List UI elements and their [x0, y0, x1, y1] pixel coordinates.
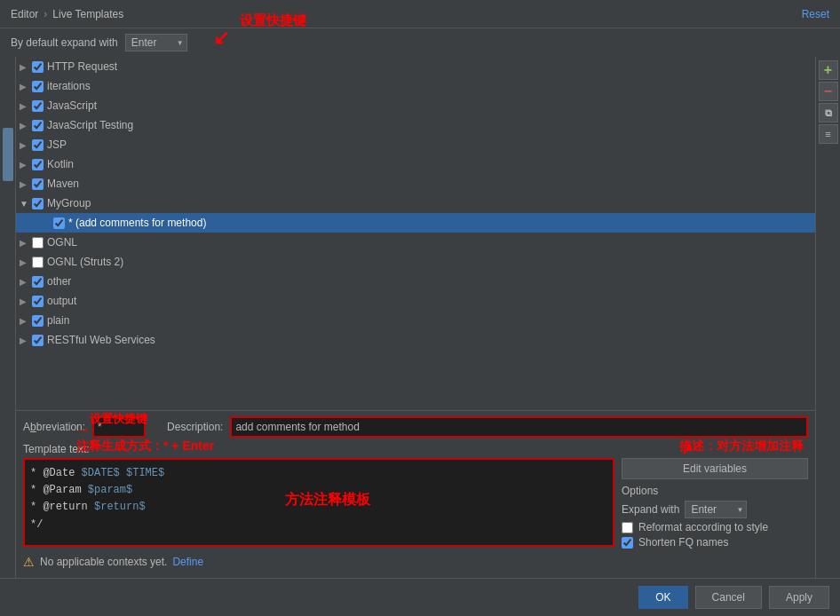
ok-button[interactable]: OK: [638, 586, 687, 609]
tree-item-restful[interactable]: ▶ RESTful Web Services: [16, 330, 815, 350]
arrow-mygroup: ▼: [20, 199, 32, 209]
copy-button[interactable]: ⧉: [819, 103, 838, 122]
breadcrumb-page: Live Templates: [52, 8, 123, 20]
check-other[interactable]: [32, 276, 44, 288]
reformat-label: Reformat according to style: [638, 521, 768, 533]
tree-item-mygroup-child[interactable]: * (add comments for method): [16, 213, 815, 233]
tree-item-output[interactable]: ▶ output: [16, 291, 815, 311]
menu-button[interactable]: ≡: [819, 124, 838, 144]
check-output[interactable]: [32, 296, 44, 307]
define-link[interactable]: Define: [172, 556, 203, 568]
shorten-label: Shorten FQ names: [638, 536, 728, 549]
check-mygroup-child[interactable]: [53, 217, 65, 229]
tree-item-jsp[interactable]: ▶ JSP: [16, 135, 815, 154]
label-output: output: [47, 295, 76, 307]
arrow-maven: ▶: [20, 179, 32, 189]
chinese-annotation-shortcut: 设置快捷键: [240, 12, 306, 29]
tree-item-http[interactable]: ▶ HTTP Request: [16, 57, 815, 76]
options-section: Options Expand with Enter Tab Space: [622, 485, 808, 551]
annot-shortcut2: 设置快捷键: [90, 411, 147, 427]
check-mygroup[interactable]: [32, 198, 44, 209]
check-js-testing[interactable]: [32, 120, 44, 131]
arrow-javascript: ▶: [20, 101, 32, 111]
center-panel: ▶ HTTP Request ▶ iterations ▶ JavaScript: [16, 57, 815, 578]
label-ognl: OGNL: [47, 236, 77, 249]
label-kotlin: Kotlin: [47, 158, 74, 170]
tree-item-plain[interactable]: ▶ plain: [16, 311, 815, 330]
desc-label: Description:: [167, 421, 223, 433]
cancel-button[interactable]: Cancel: [695, 586, 762, 609]
arrow-kotlin: ▶: [20, 160, 32, 170]
expand-with-label: Expand with: [622, 503, 679, 516]
shorten-checkbox[interactable]: [622, 537, 633, 549]
check-plain[interactable]: [32, 315, 44, 327]
breadcrumb: Editor › Live Templates: [11, 8, 123, 20]
tree-item-ognl[interactable]: ▶ OGNL: [16, 233, 815, 252]
main-content: ▶ HTTP Request ▶ iterations ▶ JavaScript: [0, 57, 840, 578]
label-plain: plain: [47, 314, 69, 327]
label-iterations: iterations: [47, 80, 91, 92]
label-js-testing: JavaScript Testing: [47, 119, 133, 131]
tree-item-iterations[interactable]: ▶ iterations: [16, 76, 815, 96]
check-javascript[interactable]: [32, 100, 44, 112]
options-expand-wrapper[interactable]: Enter Tab Space: [685, 501, 747, 518]
arrow-other: ▶: [20, 277, 32, 287]
breadcrumb-sep: ›: [44, 8, 47, 20]
tree-item-kotlin[interactable]: ▶ Kotlin: [16, 154, 815, 174]
tree-item-maven[interactable]: ▶ Maven: [16, 174, 815, 193]
arrow-restful: ▶: [20, 336, 32, 345]
dialog-footer: OK Cancel Apply: [0, 578, 840, 616]
apply-button[interactable]: Apply: [769, 586, 829, 609]
shorten-row: Shorten FQ names: [622, 536, 808, 549]
arrow-output: ▶: [20, 296, 32, 306]
label-jsp: JSP: [47, 138, 67, 151]
arrow-mygroup-child: [41, 218, 53, 228]
arrow-annotation-1: ↙: [213, 27, 229, 50]
bottom-panel: Abbreviation: Description: ↗ → 设置快捷键 Tem…: [16, 410, 815, 578]
check-http[interactable]: [32, 61, 44, 73]
tree-item-javascript[interactable]: ▶ JavaScript: [16, 96, 815, 115]
check-maven[interactable]: [32, 178, 44, 190]
arrow-plain: ▶: [20, 316, 32, 326]
check-iterations[interactable]: [32, 81, 44, 92]
check-kotlin[interactable]: [32, 159, 44, 170]
expand-select[interactable]: Enter Tab Space: [125, 34, 187, 51]
add-button[interactable]: +: [819, 60, 838, 80]
expand-label: By default expand with: [11, 36, 118, 49]
label-mygroup: MyGroup: [47, 197, 91, 209]
check-ognl[interactable]: [32, 237, 44, 249]
reset-button[interactable]: Reset: [802, 8, 829, 20]
label-restful: RESTful Web Services: [47, 334, 155, 346]
options-expand-select[interactable]: Enter Tab Space: [685, 501, 747, 518]
check-restful[interactable]: [32, 335, 44, 346]
label-ognl-struts: OGNL (Struts 2): [47, 256, 123, 268]
tree-item-other[interactable]: ▶ other: [16, 272, 815, 291]
dialog-header: Editor › Live Templates Reset: [0, 0, 840, 28]
arrow-js-testing: ▶: [20, 121, 32, 130]
tree-item-mygroup[interactable]: ▼ MyGroup: [16, 193, 815, 213]
left-sidebar: [0, 57, 16, 578]
tree-area[interactable]: ▶ HTTP Request ▶ iterations ▶ JavaScript: [16, 57, 815, 410]
description-input[interactable]: [230, 416, 808, 438]
warning-row: ⚠ No applicable contexts yet. Define: [23, 551, 808, 573]
scroll-indicator: [3, 128, 13, 181]
template-code-display[interactable]: * @Date $DATE$ $TIME$ * @Param $param$ *…: [23, 458, 614, 547]
remove-button[interactable]: −: [819, 82, 838, 101]
template-right: Edit variables Options Expand with Enter…: [622, 458, 808, 551]
check-ognl-struts[interactable]: [32, 257, 44, 268]
arrow-iterations: ▶: [20, 82, 32, 91]
label-javascript: JavaScript: [47, 99, 97, 112]
tree-item-ognl-struts[interactable]: ▶ OGNL (Struts 2): [16, 252, 815, 272]
label-mygroup-child: * (add comments for method): [68, 217, 206, 229]
warning-icon: ⚠: [23, 555, 35, 569]
edit-variables-button[interactable]: Edit variables: [622, 458, 808, 479]
reformat-checkbox[interactable]: [622, 522, 633, 533]
expand-select-wrapper[interactable]: Enter Tab Space: [125, 34, 187, 51]
template-left: * @Date $DATE$ $TIME$ * @Param $param$ *…: [23, 458, 614, 551]
label-http: HTTP Request: [47, 60, 117, 73]
tree-item-js-testing[interactable]: ▶ JavaScript Testing: [16, 115, 815, 135]
arrow-desc: ↗: [681, 441, 693, 458]
arrow-ognl: ▶: [20, 238, 32, 248]
check-jsp[interactable]: [32, 139, 44, 151]
arrow-http: ▶: [20, 62, 32, 72]
